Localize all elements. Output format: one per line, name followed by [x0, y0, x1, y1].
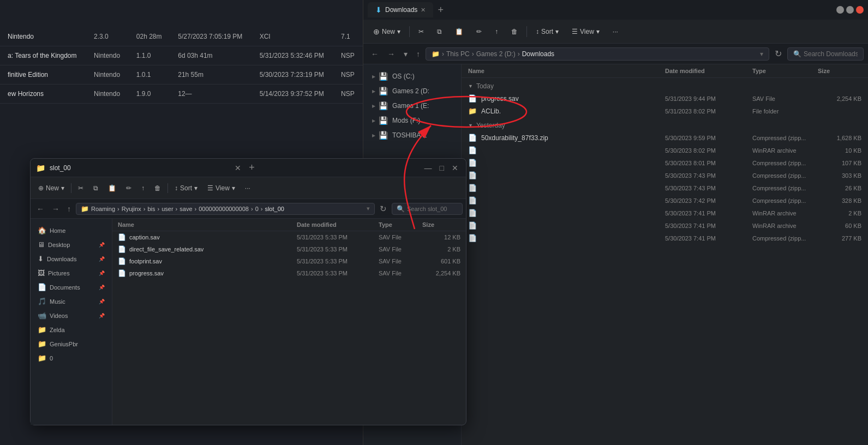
group-today[interactable]: Today — [462, 78, 868, 92]
col-date-header[interactable]: Date modified — [665, 68, 752, 74]
file-row-y7[interactable]: 📄 5/30/2023 7:41 PM WinRAR archive 60 KB — [462, 219, 868, 232]
new-button[interactable]: ⊕ New ▾ — [368, 25, 406, 39]
group-yesterday[interactable]: Yesterday — [462, 117, 868, 131]
file-icon-y6: 📄 — [468, 209, 477, 217]
slot-cut-btn[interactable]: ✂ — [74, 182, 88, 194]
slot-sidebar-music[interactable]: 🎵 Music — [32, 294, 110, 308]
file-date-y3: 5/30/2023 7:43 PM — [665, 172, 752, 179]
sidebar-item-games1[interactable]: 💾 Games 1 (E: — [366, 99, 459, 113]
slot-refresh-button[interactable]: ↻ — [377, 202, 390, 215]
add-tab-button[interactable]: + — [433, 4, 448, 16]
paste-button[interactable]: 📋 — [450, 25, 469, 38]
slot-search-box[interactable]: 🔍 — [392, 203, 463, 215]
view-chevron-icon: ▾ — [596, 28, 600, 35]
slot-music-icon: 🎵 — [38, 297, 46, 305]
slot-col-type[interactable]: Type — [379, 221, 422, 228]
search-box[interactable]: 🔍 — [787, 47, 864, 61]
slot-col-date[interactable]: Date modified — [297, 221, 379, 228]
table-row[interactable]: a: Tears of the Kingdom Nintendo 1.1.0 6… — [0, 46, 363, 65]
slot-maximize-button[interactable]: □ — [438, 164, 446, 172]
slot-file-footprint[interactable]: 📄 footprint.sav 5/31/2023 5:33 PM SAV Fi… — [112, 255, 466, 267]
slot-sidebar-home[interactable]: 🏠 Home — [32, 224, 110, 237]
file-row-y2[interactable]: 📄 5/30/2023 8:01 PM Compressed (zipp... … — [462, 157, 868, 169]
slot-sidebar-pictures[interactable]: 🖼 Pictures — [32, 266, 110, 280]
slot-new-button[interactable]: ⊕ New ▾ — [34, 182, 69, 194]
slot-share-btn[interactable]: ↑ — [137, 182, 149, 194]
col-name-header[interactable]: Name — [468, 68, 665, 74]
table-row[interactable]: finitive Edition Nintendo 1.0.1 21h 55m … — [0, 65, 363, 85]
back-button[interactable]: ← — [368, 47, 382, 61]
slot-view-button[interactable]: ☰ View ▾ — [203, 182, 240, 194]
copy-button[interactable]: ⧉ — [432, 25, 447, 38]
delete-button[interactable]: 🗑 — [506, 25, 523, 38]
slot-more-button[interactable]: ··· — [241, 182, 255, 194]
slot-delete-btn[interactable]: 🗑 — [150, 182, 165, 194]
slot-name-footprint: footprint.sav — [129, 258, 162, 264]
file-row-y4[interactable]: 📄 5/30/2023 7:43 PM Compressed (zipp... … — [462, 182, 868, 194]
rename-button[interactable]: ✏ — [471, 25, 487, 38]
forward-button[interactable]: → — [384, 47, 398, 61]
slot-add-tab-button[interactable]: + — [246, 162, 258, 173]
slot-sidebar-zelda[interactable]: 📁 Zelda — [32, 323, 110, 336]
col-type-header[interactable]: Type — [752, 68, 818, 74]
downloads-tab-close[interactable]: ✕ — [421, 7, 426, 14]
slot-forward-button[interactable]: → — [49, 203, 62, 215]
view-button[interactable]: ☰ View ▾ — [566, 25, 605, 38]
sidebar-item-mods[interactable]: 💾 Mods (F:) — [366, 113, 459, 128]
slot-rename-btn[interactable]: ✏ — [122, 182, 136, 194]
slot-minimize-button[interactable]: — — [422, 164, 434, 172]
breadcrumb[interactable]: 📁 › This PC › Games 2 (D:) › Downloads ▾ — [426, 47, 769, 61]
file-row-aclib[interactable]: 📁 ACLib. 5/31/2023 8:02 PM File folder — [462, 105, 868, 117]
sidebar-item-osc[interactable]: 💾 OS (C:) — [366, 69, 459, 83]
cut-icon: ✂ — [418, 28, 424, 35]
slot-copy-btn[interactable]: ⧉ — [89, 182, 103, 194]
file-row-y3[interactable]: 📄 5/30/2023 7:43 PM Compressed (zipp... … — [462, 169, 868, 182]
slot-search-input[interactable] — [407, 206, 458, 212]
file-row-y6[interactable]: 📄 5/30/2023 7:41 PM WinRAR archive 2 KB — [462, 207, 868, 219]
more-options-button[interactable]: ··· — [607, 25, 624, 38]
slot-close-button[interactable]: ✕ — [450, 164, 460, 172]
minimize-button[interactable] — [836, 6, 844, 14]
slot-sidebar-videos[interactable]: 📹 Videos — [32, 309, 110, 322]
file-row-progress-sav[interactable]: 📄 progress.sav 5/31/2023 9:44 PM SAV Fil… — [462, 92, 868, 105]
slot-up-button[interactable]: ↑ — [64, 203, 74, 215]
cut-button[interactable]: ✂ — [413, 25, 429, 38]
sort-button[interactable]: ↕ Sort ▾ — [530, 25, 564, 38]
search-input[interactable] — [804, 50, 858, 58]
slot-sidebar-geniuspbr[interactable]: 📁 GeniusPbr — [32, 337, 110, 351]
slot-file-direct[interactable]: 📄 direct_file_save_related.sav 5/31/2023… — [112, 243, 466, 255]
slot-paste-btn[interactable]: 📋 — [104, 182, 121, 194]
maximize-button[interactable] — [846, 6, 854, 14]
slot-col-size[interactable]: Size — [422, 221, 460, 228]
file-row-zip[interactable]: 📄 50xdurability_87f33.zip 5/30/2023 9:59… — [462, 131, 868, 144]
down-button[interactable]: ▾ — [400, 47, 411, 61]
up-button[interactable]: ↑ — [413, 47, 423, 61]
slot-col-name[interactable]: Name — [118, 221, 297, 228]
file-date-y5: 5/30/2023 7:42 PM — [665, 197, 752, 204]
table-row[interactable]: Nintendo 2.3.0 02h 28m 5/27/2023 7:05:19… — [0, 27, 363, 46]
slot-file-progress[interactable]: 📄 progress.sav 5/31/2023 5:33 PM SAV Fil… — [112, 267, 466, 279]
share-button[interactable]: ↑ — [489, 25, 504, 38]
table-row[interactable]: ew Horizons Nintendo 1.9.0 12— 5/14/2023… — [0, 85, 363, 104]
slot-sort-button[interactable]: ↕ Sort ▾ — [170, 182, 202, 194]
slot-sidebar-0[interactable]: 📁 0 — [32, 351, 110, 365]
drive-icon-osc: 💾 — [379, 72, 388, 81]
close-button[interactable] — [856, 6, 864, 14]
slot-sidebar-downloads[interactable]: ⬇ Downloads — [32, 252, 110, 266]
slot-sidebar-home-label: Home — [50, 227, 65, 234]
slot-file-caption[interactable]: 📄 caption.sav 5/31/2023 5:33 PM SAV File… — [112, 231, 466, 243]
downloads-tab[interactable]: ⬇ Downloads ✕ — [368, 2, 433, 17]
file-row-y5[interactable]: 📄 5/30/2023 7:42 PM Compressed (zipp... … — [462, 194, 868, 207]
file-row-y1[interactable]: 📄 5/30/2023 8:02 PM WinRAR archive 10 KB — [462, 144, 868, 157]
slot-sidebar-documents[interactable]: 📄 Documents — [32, 280, 110, 294]
col-size-header[interactable]: Size — [818, 68, 861, 74]
slot-sidebar-desktop[interactable]: 🖥 Desktop — [32, 238, 110, 251]
refresh-button[interactable]: ↻ — [771, 46, 785, 61]
sidebar-item-toshiba[interactable]: 💾 TOSHIBA E — [366, 128, 459, 142]
sidebar-item-games2[interactable]: 💾 Games 2 (D: — [366, 84, 459, 98]
slot-breadcrumb[interactable]: 📁 Roaming › Ryujinx › bis › user › save … — [76, 203, 375, 215]
slot-back-button[interactable]: ← — [34, 203, 47, 215]
file-row-y8[interactable]: 📄 5/30/2023 7:41 PM Compressed (zipp... … — [462, 232, 868, 244]
slot-close-tab[interactable]: ✕ — [235, 164, 241, 172]
breadcrumb-sep3: › — [518, 50, 520, 58]
